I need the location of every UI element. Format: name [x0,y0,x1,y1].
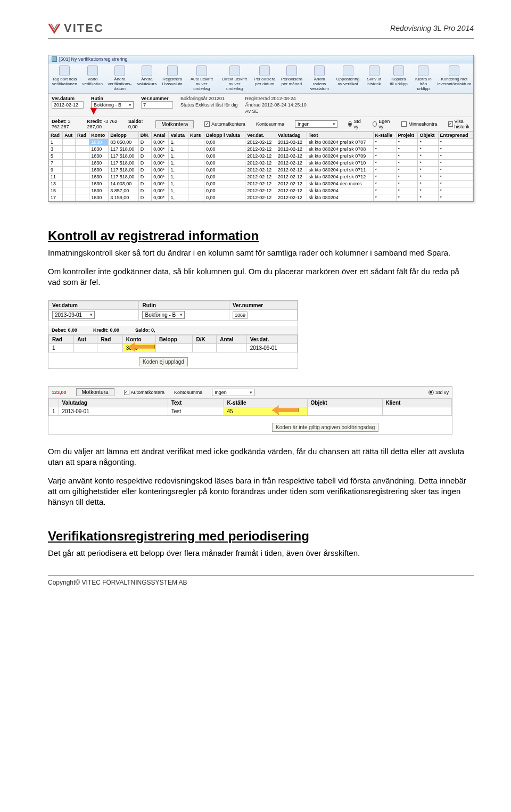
table-row[interactable]: 51630117 518,00D0,00*1,0,002012-02-12201… [49,153,473,160]
grid-header[interactable]: Ver.dat. [245,132,276,139]
stdvy-radio[interactable]: Std vy [348,119,362,129]
toolbar-button[interactable]: Registrera i basvaluta [160,64,185,92]
grid-cell[interactable] [76,194,89,201]
s2-verdatum-field[interactable]: 2013-09-01 [52,311,95,319]
table-row[interactable]: 71630117 518,00D0,00*1,0,002012-02-12201… [49,160,473,167]
grid-header[interactable]: Text [307,132,373,139]
s3-motkontera-button[interactable]: Motkontera [76,388,114,396]
grid-cell[interactable]: 0,00* [152,146,169,153]
grid-cell[interactable]: 1 [49,139,63,146]
grid-cell[interactable]: * [418,153,438,160]
grid-cell[interactable]: 1 [49,407,59,416]
grid-cell[interactable] [63,194,76,201]
grid-cell[interactable]: sk kto 080204 prel sk 0710 [307,160,373,167]
grid-cell[interactable]: * [438,139,473,146]
grid-cell[interactable] [217,344,246,352]
grid-cell[interactable]: D [138,174,152,181]
grid-header[interactable]: Aut [63,132,76,139]
grid-cell[interactable]: 0,00* [152,181,169,187]
minneskontra-check[interactable]: Minneskontra [401,121,437,127]
s2-rutin-dropdown[interactable]: Bokföring - B [142,311,185,319]
grid-cell[interactable]: 117 518,00 [109,160,139,167]
grid-cell[interactable]: * [396,160,418,167]
grid-cell[interactable]: * [418,146,438,153]
grid-cell[interactable]: * [438,174,473,181]
grid-cell[interactable]: 2012-02-12 [276,167,307,174]
grid-cell[interactable]: * [418,160,438,167]
grid-cell[interactable] [76,160,89,167]
grid-cell[interactable]: * [373,174,396,181]
grid-header[interactable]: Valutadag [59,399,168,407]
toolbar-button[interactable]: Ändra radens ver.datum [306,64,334,92]
grid-cell[interactable]: 2012-02-12 [276,174,307,181]
grid-cell[interactable]: 0,00 [204,181,245,187]
grid-cell[interactable]: 17 [49,194,63,201]
grid-cell[interactable]: * [418,167,438,174]
grid-cell[interactable] [188,167,204,174]
grid-cell[interactable]: * [396,153,418,160]
grid-cell[interactable] [74,344,97,352]
grid-cell[interactable]: 0,00 [204,194,245,201]
grid-cell[interactable] [76,139,89,146]
grid-cell[interactable]: * [438,160,473,167]
table-row[interactable]: 31630117 518,00D0,00*1,0,002012-02-12201… [49,146,473,153]
grid-cell[interactable] [188,194,204,201]
toolbar-button[interactable]: Direkt utskrift av ver underlag [218,64,251,92]
grid-cell[interactable]: 14 003,00 [109,181,139,187]
grid-cell[interactable]: * [438,194,473,201]
grid-cell[interactable]: 0,00* [152,153,169,160]
grid-cell[interactable]: 5 [49,153,63,160]
grid-cell[interactable]: 2012-02-12 [276,146,307,153]
grid-cell[interactable]: 0,00 [204,160,245,167]
grid-cell[interactable]: sk kto 080204 [307,187,373,194]
grid-cell[interactable]: * [396,187,418,194]
grid-cell[interactable]: * [396,181,418,187]
grid-cell[interactable]: 1630 [89,187,109,194]
grid-cell[interactable]: 117 518,00 [109,153,139,160]
grid-header[interactable]: Antal [152,132,169,139]
grid-cell[interactable]: 1, [169,167,188,174]
grid-cell[interactable]: 0,00* [152,167,169,174]
grid-cell[interactable] [193,344,217,352]
s3-automatkontera-check[interactable]: ✓Automatkontera [124,390,165,395]
grid-cell[interactable]: 1, [169,174,188,181]
grid-cell[interactable] [76,153,89,160]
grid-cell[interactable]: 2012-02-12 [276,153,307,160]
grid-cell[interactable]: 3 [49,146,63,153]
data-grid[interactable]: RadAutRadKontoBeloppD/KAntalValutaKursBe… [48,132,473,201]
grid-cell[interactable]: 2012-02-12 [245,153,276,160]
grid-cell[interactable]: 117 518,00 [109,174,139,181]
grid-cell[interactable] [76,181,89,187]
grid-cell[interactable]: 2012-02-12 [276,194,307,201]
toolbar-button[interactable]: Skriv ut historik [362,64,386,92]
grid-cell[interactable]: 1 [49,344,74,352]
table-row[interactable]: 1516303 857,00D0,00*1,0,002012-02-122012… [49,187,473,194]
grid-cell[interactable]: Test [168,407,224,416]
grid-header[interactable]: Rad [76,132,89,139]
grid-cell[interactable]: 1630 [89,194,109,201]
table-row[interactable]: 13163014 003,00D0,00*1,0,002012-02-12201… [49,181,473,187]
grid-cell[interactable]: 1, [169,153,188,160]
grid-header[interactable]: D/K [138,132,152,139]
egenvy-radio[interactable]: Egen vy [373,119,391,129]
grid-cell[interactable]: 1630 [89,153,109,160]
grid-cell[interactable]: 1630 [89,139,109,146]
grid-cell[interactable]: sk kto 080204 prel sk 0711 [307,167,373,174]
grid-cell[interactable]: 1, [169,139,188,146]
toolbar-button[interactable]: Klistra in från urklipp [411,64,435,92]
grid-cell[interactable]: * [438,146,473,153]
motkontera-button[interactable]: Motkontera [155,120,194,128]
table-row[interactable]: 1163083 050,00D0,00*1,0,002012-02-122012… [49,139,473,146]
grid-cell[interactable] [188,174,204,181]
grid-cell[interactable]: 11 [49,174,63,181]
grid-cell[interactable]: * [438,167,473,174]
grid-cell[interactable]: * [373,181,396,187]
grid-cell[interactable]: 2012-02-12 [276,187,307,194]
grid-header[interactable]: Objekt [418,132,438,139]
verdatum-field[interactable]: 2012-02-12 [52,101,84,109]
grid-header[interactable]: Rad [49,132,63,139]
grid-cell[interactable]: 0,00 [204,146,245,153]
grid-header[interactable]: Belopp [109,132,139,139]
grid-cell[interactable]: * [396,174,418,181]
grid-cell[interactable]: D [138,139,152,146]
